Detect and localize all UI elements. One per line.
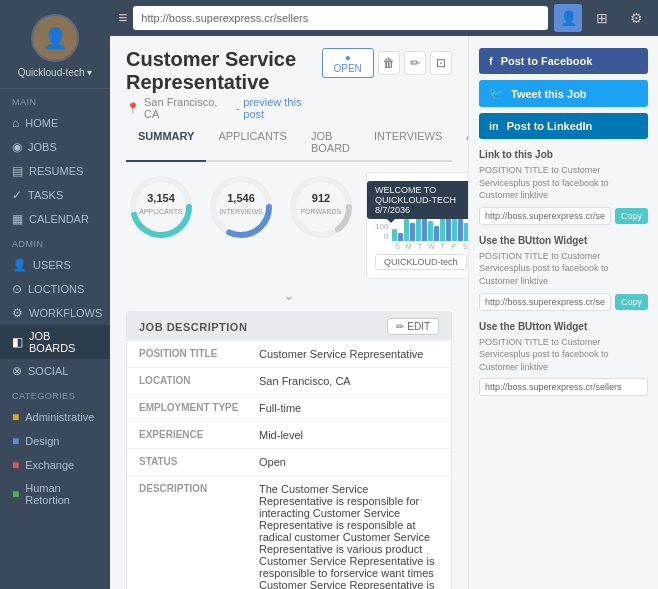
cat-design-icon: ■	[12, 434, 19, 448]
sidebar-item-locations[interactable]: ⊙ LOCTIONS	[0, 277, 110, 301]
sidebar: 👤 Quickloud-tech ▾ Main ⌂ HOME ◉ JOBS ▤ …	[0, 0, 110, 589]
calendar-icon: ▦	[12, 212, 23, 226]
job-desc-row-experience: EXPERIENCE Mid-level	[127, 422, 451, 449]
bar-blue	[410, 223, 415, 241]
more-button[interactable]: ⊡	[430, 51, 452, 75]
cat-administrative-icon: ■	[12, 410, 19, 424]
sidebar-item-label: WORKFLOWS	[29, 307, 102, 319]
sidebar-item-social[interactable]: ⊗ SOCIAL	[0, 359, 110, 383]
cat-human-icon: ■	[12, 487, 19, 501]
tabs-bar: SUMMARY APPLICANTS JOB BOARD INTERVIEWS …	[126, 124, 452, 162]
x-label: M	[404, 243, 414, 250]
bar-blue	[458, 219, 463, 241]
forwards-gauge-svg: 912 FORWARDS	[286, 172, 356, 242]
page-actions: ● OPEN 🗑 ✏ ⊡	[322, 48, 452, 78]
edit-job-button[interactable]: ✏ EDIT	[387, 318, 439, 335]
sidebar-item-label: Design	[25, 435, 59, 447]
chart-tooltip-value: 8/7/2036	[375, 205, 410, 215]
trash-button[interactable]: 🗑	[378, 51, 400, 75]
open-button[interactable]: ● OPEN	[322, 48, 374, 78]
sidebar-item-home[interactable]: ⌂ HOME	[0, 111, 110, 135]
search-input[interactable]	[133, 6, 548, 30]
edit-button[interactable]: ✏	[404, 51, 426, 75]
job-desc-row-status: STATUS Open	[127, 449, 451, 476]
page-title: Customer Service Representative	[126, 48, 322, 94]
interviews-gauge-svg: 1,546 INTERVIEWS	[206, 172, 276, 242]
link-section-title: Link to this Job	[479, 149, 648, 160]
x-label: W	[426, 243, 436, 250]
field-label-status: STATUS	[139, 456, 259, 467]
settings-icon-btn[interactable]: ⚙	[622, 4, 650, 32]
bar-teal	[464, 223, 468, 241]
sidebar-item-label: JOBS	[28, 141, 57, 153]
sidebar-cat-administrative[interactable]: ■ Administrative	[0, 405, 110, 429]
applicants-gauge-svg: 3,154 APPLICANTS	[126, 172, 196, 242]
x-label: F	[449, 243, 459, 250]
copy-button-2[interactable]: Copy	[615, 294, 648, 310]
sidebar-cat-design[interactable]: ■ Design	[0, 429, 110, 453]
copy-button[interactable]: Copy	[615, 208, 648, 224]
linkedin-button[interactable]: in Post to LinkedIn	[479, 113, 648, 139]
sidebar-cat-exchange[interactable]: ■ Exchange	[0, 453, 110, 477]
sidebar-item-label: Administrative	[25, 411, 94, 423]
facebook-icon: f	[489, 55, 493, 67]
tab-jobboard[interactable]: JOB BOARD	[299, 124, 362, 162]
expand-toggle[interactable]: ⌄	[126, 287, 452, 303]
svg-text:912: 912	[312, 192, 330, 204]
sidebar-item-jobs[interactable]: ◉ JOBS	[0, 135, 110, 159]
field-label-location: LOCATION	[139, 375, 259, 386]
bar-teal	[428, 221, 433, 241]
sidebar-item-jobboards[interactable]: ◧ JOB BOARDS	[0, 325, 110, 359]
chart-area: WELCOME TO QUICKLOUD-TECH 8/7/2036 500 4…	[366, 172, 468, 279]
svg-text:FORWARDS: FORWARDS	[301, 208, 342, 215]
sidebar-item-tasks[interactable]: ✓ TASKS	[0, 183, 110, 207]
widget-desc: POSITION TITLE to Customer Servicesplus …	[479, 250, 648, 288]
stat-gauges: 3,154 APPLICANTS 1,546 INTERVIEWS	[126, 172, 356, 242]
widget-section-title: Use the BUtton Widget	[479, 235, 648, 246]
chart-x-labels: S M T W T F S S M T W	[392, 243, 468, 250]
chevron-down-icon[interactable]: ⌄	[283, 287, 295, 303]
user-icon-btn[interactable]: 👤	[554, 4, 582, 32]
linkedin-icon: in	[489, 120, 499, 132]
widget-input-2[interactable]	[479, 378, 648, 396]
tab-interviews[interactable]: INTERVIEWS	[362, 124, 454, 162]
content-area: Customer Service Representative 📍 San Fr…	[110, 36, 658, 589]
sidebar-item-label: HOME	[25, 117, 58, 129]
workflow-icon: ⚙	[12, 306, 23, 320]
tab-activity[interactable]: ACTIVITY	[454, 124, 468, 162]
sidebar-item-users[interactable]: 👤 USERS	[0, 253, 110, 277]
sidebar-cat-human[interactable]: ■ Human Retortion	[0, 477, 110, 511]
page-content: Customer Service Representative 📍 San Fr…	[110, 36, 468, 589]
page-subtitle: 📍 San Francisco, CA - preview this post	[126, 96, 322, 120]
link-input[interactable]	[479, 207, 611, 225]
job-desc-body: POSITION TITLE Customer Service Represen…	[127, 341, 451, 589]
link-row: Copy	[479, 207, 648, 225]
home-icon: ⌂	[12, 116, 19, 130]
svg-text:1,546: 1,546	[227, 192, 255, 204]
sidebar-item-label: USERS	[33, 259, 71, 271]
x-label: T	[415, 243, 425, 250]
location-icon: ⊙	[12, 282, 22, 296]
sidebar-item-workflows[interactable]: ⚙ WORKFLOWS	[0, 301, 110, 325]
tab-applicants[interactable]: APPLICANTS	[206, 124, 298, 162]
twitter-button[interactable]: 🐦 Tweet this Job	[479, 80, 648, 107]
widget-input[interactable]	[479, 293, 611, 311]
bar-teal	[404, 219, 409, 241]
facebook-button[interactable]: f Post to Facebook	[479, 48, 648, 74]
tab-summary[interactable]: SUMMARY	[126, 124, 206, 162]
sidebar-item-label: LOCTIONS	[28, 283, 84, 295]
field-label-experience: EXPERIENCE	[139, 429, 259, 440]
avatar: 👤	[31, 14, 79, 62]
sidebar-item-label: JOB BOARDS	[29, 330, 98, 354]
chart-tooltip-title: WELCOME TO QUICKLOUD-TECH	[375, 185, 456, 205]
preview-link[interactable]: preview this post	[243, 96, 321, 120]
sidebar-admin-label: Admin	[0, 231, 110, 253]
sidebar-item-resumes[interactable]: ▤ RESUMES	[0, 159, 110, 183]
separator: -	[236, 102, 240, 114]
sidebar-item-calendar[interactable]: ▦ CALENDAR	[0, 207, 110, 231]
job-desc-title: JOB DESCRIPTION	[139, 321, 247, 333]
menu-icon[interactable]: ≡	[118, 9, 127, 27]
grid-icon-btn[interactable]: ⊞	[588, 4, 616, 32]
field-value-description: The Customer Service Representative is r…	[259, 483, 439, 589]
sidebar-username[interactable]: Quickloud-tech ▾	[18, 67, 92, 78]
